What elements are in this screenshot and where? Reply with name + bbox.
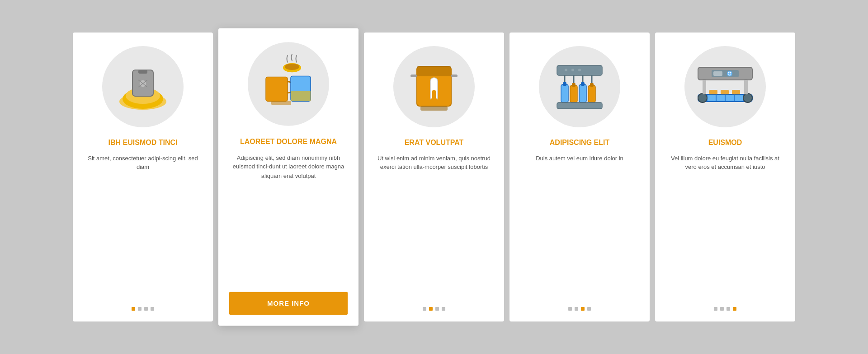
svg-rect-34 xyxy=(579,84,586,102)
card-5-dots xyxy=(714,307,736,311)
card-3: ERAT VOLUTPAT Ut wisi enim ad minim veni… xyxy=(364,33,504,321)
dot-inactive xyxy=(442,307,445,311)
svg-rect-12 xyxy=(291,91,311,101)
svg-rect-53 xyxy=(703,80,706,94)
svg-rect-54 xyxy=(744,80,748,94)
card-1: IBH EUISMOD TINCI Sit amet, consectetuer… xyxy=(73,33,213,321)
dot-inactive xyxy=(714,307,717,311)
svg-rect-37 xyxy=(590,83,594,87)
card-3-footer xyxy=(375,307,493,311)
svg-point-18 xyxy=(430,98,438,105)
card-5-desc: Vel illum dolore eu feugiat nulla facili… xyxy=(666,154,784,298)
svg-rect-30 xyxy=(561,84,568,102)
bottles-icon xyxy=(550,57,609,116)
card-1-desc: Sit amet, consectetuer adipi-scing elit,… xyxy=(84,154,202,298)
svg-rect-4 xyxy=(138,70,147,74)
heater-icon xyxy=(407,57,461,116)
card-1-dots xyxy=(132,307,154,311)
dot-inactive xyxy=(435,307,439,311)
svg-rect-10 xyxy=(266,77,288,102)
dot-inactive xyxy=(726,307,730,311)
more-info-button[interactable]: MORE INFO xyxy=(229,292,348,314)
card-1-icon-circle xyxy=(102,46,184,127)
dot-inactive xyxy=(568,307,572,311)
svg-rect-55 xyxy=(709,90,717,94)
svg-rect-36 xyxy=(588,85,595,102)
dot-active xyxy=(429,307,433,311)
svg-rect-13 xyxy=(271,101,291,105)
dot-active xyxy=(733,307,736,311)
dot-inactive xyxy=(144,307,148,311)
dot-inactive xyxy=(151,307,154,311)
card-2-title: LAOREET DOLORE MAGNA xyxy=(240,137,337,146)
dot-inactive xyxy=(138,307,142,311)
dot-active xyxy=(581,307,585,311)
svg-rect-15 xyxy=(417,66,451,76)
svg-point-29 xyxy=(578,69,581,71)
card-5-title: EUISMOD xyxy=(708,138,742,148)
card-1-title: IBH EUISMOD TINCI xyxy=(108,138,178,148)
conveyor-machine-icon xyxy=(693,57,757,116)
svg-rect-33 xyxy=(572,83,576,87)
svg-rect-41 xyxy=(713,71,722,76)
dot-inactive xyxy=(587,307,591,311)
card-5-icon-circle xyxy=(684,46,766,127)
card-2: LAOREET DOLORE MAGNA Adipiscing elit, se… xyxy=(218,28,359,326)
grain-bag-icon xyxy=(113,57,172,116)
svg-rect-32 xyxy=(570,85,577,102)
svg-point-52 xyxy=(743,93,752,102)
card-3-icon-circle xyxy=(393,46,475,127)
dot-inactive xyxy=(423,307,426,311)
card-4-title: ADIPISCING ELIT xyxy=(550,138,609,148)
card-5-footer xyxy=(666,307,784,311)
cards-container: IBH EUISMOD TINCI Sit amet, consectetuer… xyxy=(46,14,822,340)
svg-rect-19 xyxy=(410,75,417,77)
card-2-icon-circle xyxy=(248,42,329,126)
svg-point-28 xyxy=(571,69,574,71)
dot-active xyxy=(132,307,135,311)
dot-inactive xyxy=(720,307,724,311)
svg-rect-56 xyxy=(721,90,729,94)
svg-rect-57 xyxy=(732,90,740,94)
card-4-desc: Duis autem vel eum iriure dolor in xyxy=(536,154,623,298)
svg-rect-21 xyxy=(420,106,448,111)
svg-rect-20 xyxy=(451,75,458,77)
svg-point-27 xyxy=(565,69,567,71)
card-2-footer: MORE INFO xyxy=(229,292,348,314)
card-4-footer xyxy=(520,307,639,311)
card-4: ADIPISCING ELIT Duis autem vel eum iriur… xyxy=(509,33,650,321)
card-1-footer xyxy=(84,307,202,311)
svg-point-51 xyxy=(698,93,707,102)
card-5: EUISMOD Vel illum dolore eu feugiat null… xyxy=(655,33,795,321)
card-4-icon-circle xyxy=(539,46,620,127)
svg-rect-31 xyxy=(563,82,566,86)
card-3-title: ERAT VOLUTPAT xyxy=(405,138,464,148)
coffee-tea-icon xyxy=(257,54,320,114)
card-3-desc: Ut wisi enim ad minim veniam, quis nostr… xyxy=(375,154,493,298)
svg-point-43 xyxy=(728,72,730,74)
card-4-dots xyxy=(568,307,591,311)
svg-rect-38 xyxy=(557,102,602,109)
svg-point-9 xyxy=(285,64,299,70)
svg-point-44 xyxy=(730,72,731,74)
card-2-desc: Adipiscing elit, sed diam nonummy nibh e… xyxy=(229,153,348,283)
dot-inactive xyxy=(575,307,578,311)
svg-rect-35 xyxy=(581,82,585,86)
card-3-dots xyxy=(423,307,445,311)
